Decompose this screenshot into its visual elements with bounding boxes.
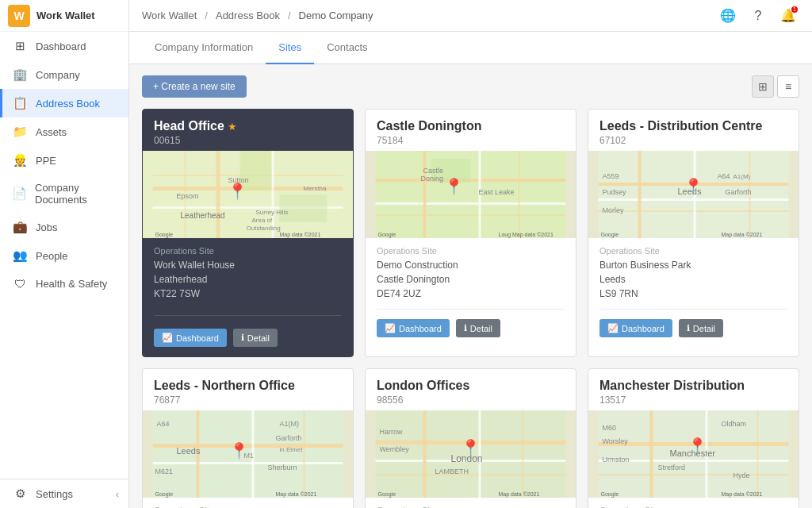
svg-rect-20 [376, 202, 566, 205]
sidebar-item-jobs[interactable]: 💼 Jobs [0, 213, 128, 241]
dashboard-button-castle-donington[interactable]: 📈 Dashboard [377, 319, 450, 337]
address-book-icon: 📋 [12, 96, 28, 110]
breadcrumb-current: Demo Company [299, 10, 373, 21]
notification-badge: 1 [791, 6, 798, 13]
site-card-manchester-distribution: Manchester Distribution 13517 M60 [588, 368, 799, 508]
main-content: Work Wallet / Address Book / Demo Compan… [129, 0, 812, 508]
svg-text:Google: Google [378, 491, 396, 498]
svg-text:Doning: Doning [421, 175, 444, 183]
ops-label-leeds-distribution: Operations Site [599, 246, 787, 256]
list-view-button[interactable]: ≡ [777, 75, 799, 98]
topbar-icons: 🌐 ? 🔔 1 [717, 5, 799, 27]
site-map-leeds-northern: A64 A1(M) Leeds Garforth in Elmet M1 M62… [143, 410, 353, 498]
sidebar-item-label: People [36, 250, 67, 262]
sidebar-item-health-safety[interactable]: 🛡 Health & Safety [0, 270, 128, 298]
company-icon: 🏢 [12, 67, 28, 82]
svg-text:A1(M): A1(M) [280, 420, 300, 428]
site-code-leeds-distribution: 67102 [599, 135, 787, 146]
map-pin-london-offices: 📍 [461, 438, 481, 457]
dashboard-button-head-office[interactable]: 📈 Dashboard [154, 329, 227, 347]
svg-text:Merstha: Merstha [304, 185, 327, 192]
site-card-header-castle-donington: Castle Donington 75184 [366, 110, 576, 151]
tab-contacts[interactable]: Contacts [314, 32, 380, 64]
site-code-castle-donington: 75184 [377, 135, 565, 146]
detail-button-castle-donington[interactable]: ℹ Detail [456, 319, 500, 337]
svg-rect-52 [304, 410, 305, 498]
site-card-header-head-office: Head Office ★ 00615 [143, 110, 353, 151]
site-code-head-office: 00615 [154, 135, 342, 146]
svg-text:Map data ©2021: Map data ©2021 [276, 491, 317, 498]
site-card-header-manchester-distribution: Manchester Distribution 13517 [588, 369, 799, 410]
svg-rect-49 [153, 462, 343, 464]
map-pin-head-office: 📍 [228, 182, 247, 201]
sidebar-item-people[interactable]: 👥 People [0, 241, 128, 270]
sidebar-item-label: Assets [36, 126, 67, 138]
address-head-office: Work Wallet House Leatherhead KT22 7SW [154, 258, 342, 301]
nav-menu: ⊞ Dashboard 🏢 Company 📋 Address Book 📁 A… [0, 32, 128, 298]
site-map-leeds-distribution: A559 A64 Leeds Pudsey Garforth A1(M) Mor… [588, 151, 799, 238]
star-icon: ★ [228, 121, 237, 133]
site-map-manchester-distribution: M60 Oldham Worsley Manchester Urmston St… [588, 410, 799, 498]
detail-button-leeds-distribution[interactable]: ℹ Detail [679, 319, 723, 337]
dashboard-button-leeds-distribution[interactable]: 📈 Dashboard [599, 319, 672, 337]
grid-view-button[interactable]: ⊞ [752, 75, 774, 98]
card-divider-castle-donington [377, 309, 565, 310]
svg-text:Map data ©2021: Map data ©2021 [722, 491, 763, 498]
sidebar-item-label: Company [36, 69, 80, 81]
svg-rect-66 [376, 474, 566, 475]
map-pin-leeds-northern: 📍 [229, 441, 249, 460]
svg-text:Urmston: Urmston [603, 456, 630, 464]
svg-rect-69 [523, 410, 524, 498]
site-map-head-office: Sutton Epsom Leatherhead Surrey Hills Ar… [143, 151, 353, 238]
svg-rect-82 [757, 410, 759, 498]
svg-text:A64: A64 [157, 420, 170, 428]
site-name-head-office: Head Office [154, 119, 224, 133]
tab-sites[interactable]: Sites [266, 32, 314, 64]
assets-icon: 📁 [12, 125, 28, 139]
svg-text:Morley: Morley [603, 206, 625, 214]
svg-text:Leatherhead: Leatherhead [181, 211, 225, 220]
svg-text:Garforth: Garforth [726, 188, 752, 196]
sites-content: + Create a new site ⊞ ≡ Head Office ★ 00… [129, 64, 812, 508]
sites-toolbar: + Create a new site ⊞ ≡ [142, 75, 799, 98]
sidebar-item-settings[interactable]: ⚙ Settings ‹ [0, 479, 128, 508]
content-area: Company Information Sites Contacts + Cre… [129, 32, 812, 508]
create-site-button[interactable]: + Create a new site [142, 75, 247, 98]
sidebar-item-dashboard[interactable]: ⊞ Dashboard [0, 32, 128, 60]
sidebar-item-company-documents[interactable]: 📄 Company Documents [0, 175, 128, 213]
svg-rect-35 [638, 151, 642, 238]
info-icon: ℹ [241, 333, 244, 343]
help-button[interactable]: ? [747, 5, 769, 27]
notifications-button[interactable]: 🔔 1 [777, 5, 799, 27]
svg-text:Loug Map data ©2021: Loug Map data ©2021 [499, 232, 553, 238]
breadcrumb-work-wallet[interactable]: Work Wallet [142, 10, 197, 21]
svg-text:Surrey Hills: Surrey Hills [256, 209, 289, 216]
topbar: Work Wallet / Address Book / Demo Compan… [129, 0, 812, 32]
sidebar-item-assets[interactable]: 📁 Assets [0, 117, 128, 146]
detail-button-head-office[interactable]: ℹ Detail [233, 329, 278, 347]
breadcrumb-address-book[interactable]: Address Book [216, 10, 280, 21]
sidebar-item-address-book[interactable]: 📋 Address Book [0, 89, 128, 117]
sidebar-item-label: PPE [36, 155, 56, 167]
svg-rect-80 [650, 410, 653, 498]
site-info-manchester-distribution: Operations Site [588, 498, 799, 508]
svg-rect-67 [423, 410, 427, 498]
tabs-bar: Company Information Sites Contacts [129, 32, 812, 64]
sidebar-toggle-icon[interactable]: ‹ [116, 488, 119, 500]
tab-company-information[interactable]: Company Information [142, 32, 266, 64]
ops-label-castle-donington: Operations Site [377, 246, 565, 256]
site-code-manchester-distribution: 13517 [599, 394, 787, 406]
ops-label-head-office: Operations Site [154, 246, 342, 256]
app-name: Work Wallet [36, 10, 95, 21]
sidebar-item-company[interactable]: 🏢 Company [0, 60, 128, 89]
address-castle-donington: Demo Construction Castle Donington DE74 … [377, 258, 565, 301]
info-icon: ℹ [687, 323, 690, 333]
sidebar-item-ppe[interactable]: 👷 PPE [0, 146, 128, 175]
health-safety-icon: 🛡 [12, 277, 28, 291]
sidebar-item-label: Dashboard [36, 40, 86, 52]
svg-text:A1(M): A1(M) [733, 173, 751, 180]
globe-button[interactable]: 🌐 [717, 5, 739, 27]
site-info-london-offices: Operations Site [366, 498, 576, 508]
svg-rect-22 [423, 151, 427, 238]
card-divider-head-office [154, 315, 342, 316]
